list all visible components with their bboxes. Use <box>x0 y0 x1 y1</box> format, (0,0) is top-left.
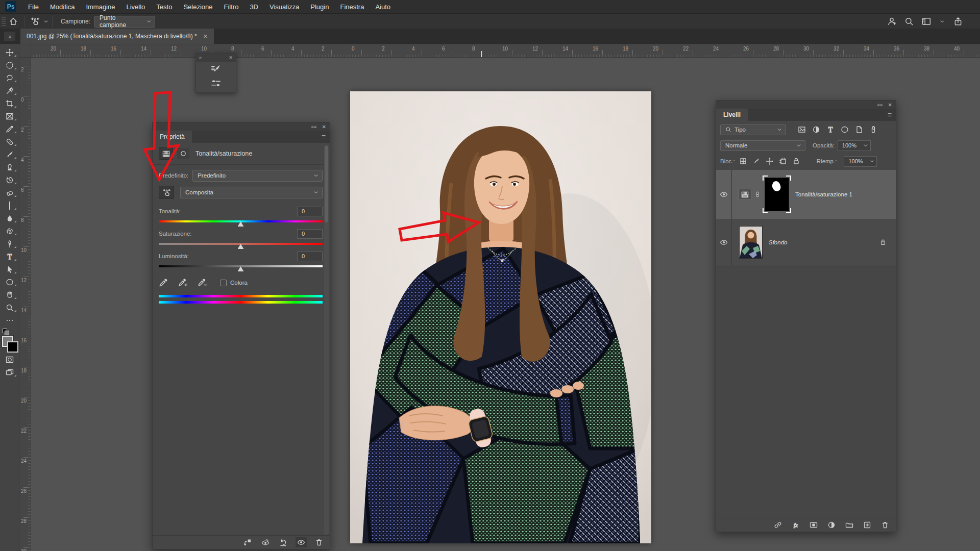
tool-frame[interactable] <box>0 110 19 122</box>
options-bar-grip[interactable] <box>2 17 6 26</box>
menu-item-testo[interactable]: Testo <box>151 0 178 13</box>
layer-name[interactable]: Sfondo <box>769 239 787 245</box>
menu-item-livello[interactable]: Livello <box>120 0 151 13</box>
tool-healing[interactable] <box>0 135 19 148</box>
menu-item-modifica[interactable]: Modifica <box>44 0 80 13</box>
account-icon[interactable] <box>887 17 896 26</box>
menu-item-finestra[interactable]: Finestra <box>334 0 370 13</box>
tool-pen[interactable] <box>0 237 19 250</box>
screen-mode-button[interactable] <box>0 366 19 379</box>
clip-to-layer-icon[interactable] <box>242 537 253 547</box>
tool-marquee[interactable] <box>0 59 19 71</box>
mask-link-icon[interactable] <box>754 190 761 198</box>
brushes-button[interactable] <box>202 77 230 89</box>
tab-properties[interactable]: Proprietà <box>153 131 192 143</box>
tool-crop[interactable] <box>0 97 19 110</box>
chevron-down-icon[interactable] <box>939 18 945 24</box>
lock-move-icon[interactable] <box>766 157 774 165</box>
targeted-adjustment-tool-button[interactable] <box>28 15 43 28</box>
preset-dropdown[interactable]: Predefinito <box>192 170 323 182</box>
layer-visibility-toggle[interactable] <box>716 170 732 219</box>
lock-artboard-icon[interactable] <box>779 157 787 165</box>
panel-scrollbar[interactable] <box>324 145 329 535</box>
quick-mask-button[interactable] <box>0 353 19 366</box>
collapse-panel-icon[interactable]: «« <box>877 102 883 108</box>
tool-edit-toolbar[interactable] <box>0 314 19 327</box>
tool-clone-stamp[interactable] <box>0 161 19 173</box>
opacity-field[interactable]: 100% <box>838 140 871 151</box>
layer-effects-icon[interactable]: fx <box>790 520 801 530</box>
colorize-checkbox[interactable] <box>220 280 227 286</box>
shape-icon[interactable] <box>841 126 849 134</box>
tool-eraser[interactable] <box>0 186 19 199</box>
sample-dropdown[interactable]: Punto campione <box>94 16 155 28</box>
type-icon[interactable]: T <box>826 126 835 134</box>
fill-field[interactable]: 100% <box>844 156 877 167</box>
menu-item-file[interactable]: File <box>22 0 44 13</box>
menu-item-plugin[interactable]: Plugin <box>305 0 334 13</box>
add-mask-icon[interactable] <box>808 520 819 530</box>
new-adjustment-icon[interactable] <box>826 520 837 530</box>
filter-type-dropdown[interactable]: Tipo <box>720 124 786 135</box>
layer-visibility-toggle[interactable] <box>716 219 732 266</box>
adjustment-layer-thumbnail[interactable] <box>738 189 751 200</box>
lock-paint-icon[interactable] <box>752 157 761 165</box>
visibility-icon[interactable] <box>296 537 307 547</box>
reset-icon[interactable] <box>278 537 289 547</box>
share-icon[interactable] <box>953 17 963 26</box>
tool-hand[interactable] <box>0 288 19 301</box>
menu-item-filtro[interactable]: Filtro <box>218 0 244 13</box>
channel-dropdown[interactable]: Composita <box>180 187 323 198</box>
brush-settings-button[interactable] <box>202 63 230 76</box>
view-previous-icon[interactable] <box>260 537 271 547</box>
photo-canvas[interactable] <box>350 91 651 543</box>
new-group-icon[interactable] <box>844 520 855 530</box>
layer-thumbnail[interactable] <box>739 226 763 259</box>
workspace-icon[interactable] <box>922 17 931 26</box>
panel-menu-icon[interactable]: ≡ <box>888 111 892 119</box>
tool-eyedropper[interactable] <box>0 122 19 135</box>
tool-quick-selection[interactable] <box>0 84 19 97</box>
document-tab[interactable]: 001.jpg @ 25% (Tonalità/saturazione 1, M… <box>20 29 214 44</box>
hue-slider-thumb[interactable] <box>238 221 244 227</box>
tool-sponge[interactable] <box>0 224 19 237</box>
filter-toggle-icon[interactable] <box>869 126 877 134</box>
menu-item-selezione[interactable]: Selezione <box>178 0 218 13</box>
close-tab-icon[interactable]: ✕ <box>203 33 208 40</box>
tool-shape[interactable] <box>0 276 19 288</box>
smart-object-icon[interactable] <box>855 126 863 134</box>
tool-type[interactable]: T <box>0 250 19 263</box>
menu-item-immagine[interactable]: Immagine <box>80 0 120 13</box>
tool-history-brush[interactable] <box>0 173 19 186</box>
menu-item-3d[interactable]: 3D <box>244 0 264 13</box>
layer-name[interactable]: Tonalità/saturazione 1 <box>795 191 852 197</box>
tool-blur[interactable] <box>0 212 19 224</box>
foreground-background-colors[interactable] <box>0 329 19 353</box>
layer-row-hue-saturation[interactable]: Tonalità/saturazione 1 <box>716 170 896 219</box>
tool-move[interactable] <box>0 46 19 59</box>
menu-item-visualizza[interactable]: Visualizza <box>264 0 305 13</box>
lightness-slider[interactable] <box>159 265 323 267</box>
tool-path-selection[interactable] <box>0 263 19 276</box>
search-icon[interactable] <box>904 17 914 26</box>
home-button[interactable] <box>6 15 21 28</box>
close-panel-icon[interactable]: ✕ <box>888 102 892 108</box>
saturation-slider-thumb[interactable] <box>238 244 244 249</box>
new-layer-icon[interactable] <box>862 520 873 530</box>
delete-icon[interactable] <box>313 537 325 547</box>
blend-mode-dropdown[interactable]: Normale <box>720 140 805 151</box>
layer-mask-thumbnail[interactable] <box>765 178 789 211</box>
tool-brush[interactable] <box>0 148 19 161</box>
panel-menu-icon[interactable]: ≡ <box>322 133 326 141</box>
collapse-toolbar-button[interactable]: » <box>4 32 15 41</box>
lock-all-icon[interactable] <box>792 157 800 165</box>
menu-item-aiuto[interactable]: Aiuto <box>370 0 396 13</box>
delete-layer-icon[interactable] <box>879 520 891 530</box>
eyedropper-minus-icon[interactable] <box>198 278 207 287</box>
saturation-slider[interactable] <box>159 243 323 245</box>
chevron-down-icon[interactable] <box>43 18 49 24</box>
tool-zoom[interactable] <box>0 301 19 314</box>
link-layers-icon[interactable] <box>772 520 783 530</box>
tool-lasso[interactable] <box>0 71 19 84</box>
eyedropper-plus-icon[interactable] <box>178 278 187 287</box>
